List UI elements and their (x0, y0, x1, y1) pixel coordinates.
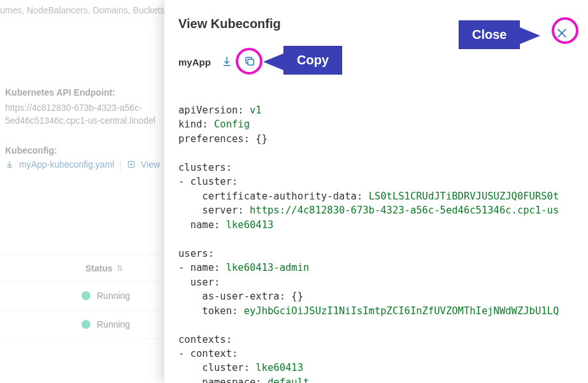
copy-icon (244, 55, 255, 69)
api-endpoint-section: Kubernetes API Endpoint: https://4c81283… (0, 78, 178, 136)
status-column-header[interactable]: Status ⇅ (0, 255, 178, 282)
yaml-key: users: (178, 248, 214, 259)
table-row: Running (0, 282, 178, 310)
yaml-line: as-user-extra: {} (178, 291, 303, 302)
search-hint: umes, NodeBalancers, Domains, Buckets, (0, 0, 178, 21)
yaml-line: user: (178, 277, 220, 288)
yaml-line: - context: (178, 348, 238, 359)
app-name: myApp (178, 57, 211, 68)
yaml-val: lke60413 (255, 362, 303, 373)
view-icon (127, 160, 136, 169)
kubeconfig-yaml[interactable]: apiVersion: v1 kind: Config preferences:… (178, 103, 577, 383)
yaml-key: server: (178, 205, 250, 216)
yaml-key: certificate-authority-data: (178, 191, 369, 202)
status-value: Running (97, 319, 130, 329)
yaml-key: contexts: (178, 334, 232, 345)
status-header-label: Status (85, 263, 113, 273)
yaml-key: cluster: (178, 362, 255, 373)
yaml-val: lke60413-admin (226, 262, 310, 273)
table-row: Running (0, 310, 178, 339)
app-row: myApp (178, 54, 577, 70)
download-button[interactable] (220, 54, 234, 70)
yaml-val: https://4c812830-673b-4323-a56c-5ed46c51… (250, 205, 559, 216)
kubeconfig-file-link[interactable]: myApp-kubeconfig.yaml (19, 159, 114, 170)
download-icon (221, 55, 233, 69)
copy-button[interactable] (243, 54, 257, 70)
yaml-val: default (268, 377, 309, 383)
yaml-val: LS0tLS1CRUdJTiBDRVJUSUZJQ0FURS0t (369, 191, 559, 202)
background-page: umes, NodeBalancers, Domains, Buckets, K… (0, 0, 178, 383)
yaml-key: namespace: (178, 377, 268, 383)
yaml-key: - name: (178, 262, 226, 273)
svg-rect-1 (248, 59, 254, 65)
yaml-val: lke60413 (226, 219, 274, 231)
yaml-key: name: (178, 219, 226, 231)
kubeconfig-drawer: View Kubeconfig myApp apiVersion: v1 kin… (164, 0, 588, 383)
yaml-key: apiVersion: (178, 105, 250, 116)
download-icon (5, 160, 14, 169)
api-endpoint-value: https://4c812830-673b-4323-a56c-5ed46c51… (5, 101, 173, 127)
view-link[interactable]: View (141, 159, 160, 170)
close-button[interactable] (551, 23, 573, 45)
yaml-val: eyJhbGciOiJSUzI1NiIsImtpZCI6InZfUVZOMThI… (244, 305, 559, 317)
yaml-line: preferences: {} (178, 133, 268, 145)
status-dot (82, 320, 90, 329)
yaml-val: Config (214, 119, 250, 130)
api-endpoint-label: Kubernetes API Endpoint: (5, 87, 173, 98)
kubeconfig-label: Kubeconfig: (5, 145, 173, 155)
yaml-line: - cluster: (178, 176, 238, 187)
yaml-key: kind: (178, 119, 214, 130)
status-value: Running (97, 291, 130, 301)
kubeconfig-section: Kubeconfig: myApp-kubeconfig.yaml | View (0, 136, 178, 178)
sort-icon: ⇅ (117, 264, 123, 273)
close-icon (556, 27, 568, 41)
yaml-key: token: (178, 305, 244, 317)
yaml-key: clusters: (178, 162, 232, 173)
status-dot (82, 291, 90, 300)
drawer-title: View Kubeconfig (178, 17, 577, 31)
yaml-val: v1 (250, 105, 262, 116)
